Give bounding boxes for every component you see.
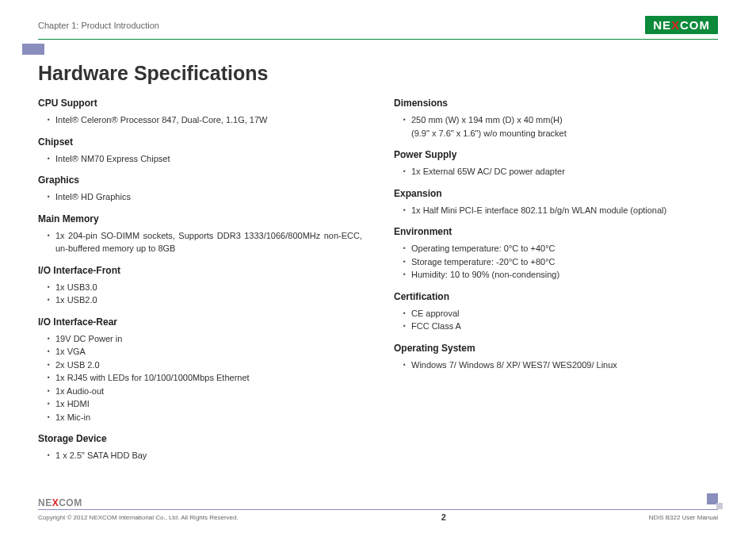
logo-text-post: COM (59, 497, 82, 508)
heading-graphics: Graphics (38, 174, 362, 186)
list-item: 1x Mic-in (48, 411, 362, 424)
side-tab (22, 44, 44, 55)
list-item: 1x 204-pin SO-DIMM sockets, Supports DDR… (48, 229, 362, 255)
heading-chipset: Chipset (38, 136, 362, 148)
list-item: Windows 7/ Windows 8/ XP/ WES7/ WES2009/… (403, 359, 718, 372)
list-graphics: Intel® HD Graphics (38, 190, 362, 204)
list-item: Intel® Celeron® Processor 847, Dual-Core… (48, 113, 362, 127)
list-item: 1x Half Mini PCI-E interface 802.11 b/g/… (403, 204, 718, 217)
list-cpu: Intel® Celeron® Processor 847, Dual-Core… (38, 113, 362, 127)
left-column: CPU Support Intel® Celeron® Processor 84… (38, 98, 362, 466)
copyright-text: Copyright © 2012 NEXCOM International Co… (38, 514, 239, 521)
list-item: Storage temperature: -20°C to +80°C (403, 255, 718, 269)
list-item: 1x VGA (48, 345, 362, 359)
page-header: Chapter 1: Product Introduction NEXCOM (0, 0, 756, 34)
list-memory: 1x 204-pin SO-DIMM sockets, Supports DDR… (38, 229, 362, 255)
logo-text-x: X (52, 497, 59, 508)
heading-environment: Environment (394, 226, 718, 237)
list-item: Operating temperature: 0°C to +40°C (403, 242, 718, 255)
list-item: Intel® NM70 Express Chipset (48, 152, 362, 166)
list-item: 19V DC Power in (48, 332, 362, 346)
list-item: Humidity: 10 to 90% (non-condensing) (403, 268, 718, 282)
list-environment: Operating temperature: 0°C to +40°C Stor… (394, 242, 718, 282)
logo-text-pre: NE (653, 18, 671, 32)
page-title: Hardware Specifications (38, 62, 718, 85)
list-item: CE approval (403, 307, 718, 320)
list-os: Windows 7/ Windows 8/ XP/ WES7/ WES2009/… (394, 359, 718, 372)
list-item: 1x USB2.0 (48, 293, 362, 307)
heading-expansion: Expansion (394, 188, 718, 199)
right-column: Dimensions 250 mm (W) x 194 mm (D) x 40 … (394, 98, 718, 466)
main-content: Hardware Specifications CPU Support Inte… (0, 40, 756, 466)
list-power: 1x External 65W AC/ DC power adapter (394, 165, 718, 178)
chapter-title: Chapter 1: Product Introduction (38, 21, 159, 30)
footer-rule (38, 509, 718, 510)
logo-text-post: COM (680, 18, 710, 32)
page-footer: NEXCOM Copyright © 2012 NEXCOM Internati… (38, 497, 718, 522)
list-item: 2x USB 2.0 (48, 359, 362, 372)
list-expansion: 1x Half Mini PCI-E interface 802.11 b/g/… (394, 204, 718, 217)
logo-text-pre: NE (38, 497, 52, 508)
heading-power: Power Supply (394, 149, 718, 160)
heading-os: Operating System (394, 343, 718, 354)
list-item: 250 mm (W) x 194 mm (D) x 40 mm(H) (9.9"… (403, 113, 718, 140)
list-item: 1x External 65W AC/ DC power adapter (403, 165, 718, 178)
footer-logo: NEXCOM (38, 497, 718, 508)
list-item: Intel® HD Graphics (48, 190, 362, 204)
heading-certification: Certification (394, 291, 718, 302)
list-chipset: Intel® NM70 Express Chipset (38, 152, 362, 166)
list-item: 1x HDMI (48, 397, 362, 411)
list-item: 1 x 2.5" SATA HDD Bay (48, 449, 362, 462)
page-number: 2 (441, 512, 446, 522)
manual-name: NDiS B322 User Manual (649, 514, 718, 521)
heading-cpu: CPU Support (38, 98, 362, 109)
heading-dimensions: Dimensions (394, 98, 718, 109)
logo-text-x: X (671, 18, 680, 32)
list-item: 1x RJ45 with LEDs for 10/100/1000Mbps Et… (48, 371, 362, 385)
heading-storage: Storage Device (38, 433, 362, 444)
brand-logo: NEXCOM (645, 16, 718, 34)
heading-io-rear: I/O Interface-Rear (38, 316, 362, 328)
list-certification: CE approval FCC Class A (394, 307, 718, 333)
list-io-front: 1x USB3.0 1x USB2.0 (38, 281, 362, 307)
list-item: 1x USB3.0 (48, 281, 362, 294)
list-storage: 1 x 2.5" SATA HDD Bay (38, 449, 362, 462)
footer-row: Copyright © 2012 NEXCOM International Co… (38, 512, 718, 522)
list-io-rear: 19V DC Power in 1x VGA 2x USB 2.0 1x RJ4… (38, 332, 362, 424)
spec-columns: CPU Support Intel® Celeron® Processor 84… (38, 98, 718, 466)
list-item: 1x Audio-out (48, 385, 362, 398)
heading-io-front: I/O Interface-Front (38, 265, 362, 276)
list-dimensions: 250 mm (W) x 194 mm (D) x 40 mm(H) (9.9"… (394, 113, 718, 140)
footer-tab-icon (707, 493, 718, 504)
list-item: FCC Class A (403, 320, 718, 333)
heading-memory: Main Memory (38, 213, 362, 224)
